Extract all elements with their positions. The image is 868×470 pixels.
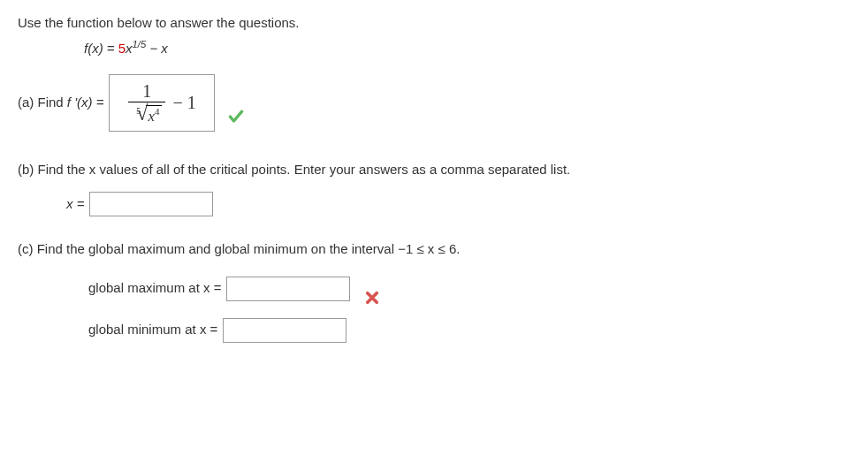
func-coef: 5 xyxy=(118,41,126,56)
part-a-answer-box[interactable]: 1 5 √ x4 − 1 xyxy=(109,74,215,132)
func-lhs: f(x) = xyxy=(84,41,118,56)
radicand-exp: 4 xyxy=(155,106,160,117)
part-b-text: (b) Find the x values of all of the crit… xyxy=(18,160,850,180)
radicand: x4 xyxy=(146,105,162,124)
func-var: x xyxy=(126,41,133,56)
part-c-instructions: (c) Find the global maximum and global m… xyxy=(18,241,460,256)
radicand-base: x xyxy=(148,108,155,125)
part-c-text: (c) Find the global maximum and global m… xyxy=(18,239,850,260)
fprime-label: f '(x) = xyxy=(67,95,104,110)
func-exponent: 1/5 xyxy=(133,39,147,49)
function-definition: f(x) = 5x1/5 − x xyxy=(84,37,850,59)
global-max-label: global maximum at x = xyxy=(88,278,221,299)
global-max-input[interactable] xyxy=(226,277,350,301)
root-expr: 5 √ x4 xyxy=(132,105,162,124)
instructions-text: Use the function below to answer the que… xyxy=(18,13,850,34)
radical-icon: √ xyxy=(136,104,148,122)
answer-tail: − 1 xyxy=(172,89,195,116)
part-a: (a) Find f '(x) = 1 5 √ x4 − 1 xyxy=(18,74,850,132)
global-min-input[interactable] xyxy=(223,318,346,343)
fraction-denominator: 5 √ x4 xyxy=(128,102,165,124)
global-max-row: global maximum at x = xyxy=(88,276,850,302)
checkmark-icon xyxy=(227,104,245,133)
part-a-label: (a) Find f '(x) = xyxy=(18,93,103,113)
global-min-label: global minimum at x = xyxy=(88,320,217,340)
part-b-instructions: (b) Find the x values of all of the crit… xyxy=(18,162,570,177)
global-min-row: global minimum at x = xyxy=(88,318,850,343)
fraction-numerator: 1 xyxy=(139,82,155,102)
fraction: 1 5 √ x4 xyxy=(128,82,165,124)
part-b-input-row: x = xyxy=(66,192,850,216)
cross-icon xyxy=(364,286,380,313)
part-a-label-text: (a) Find xyxy=(18,95,67,110)
part-b-input-label: x = xyxy=(66,194,84,215)
func-tail: − x xyxy=(146,41,168,56)
critical-points-input[interactable] xyxy=(89,192,213,216)
